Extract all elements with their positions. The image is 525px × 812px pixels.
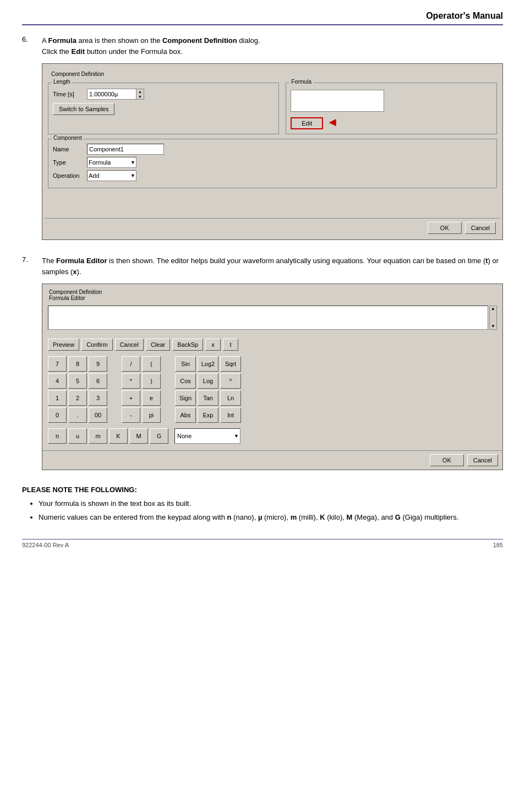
key-exp[interactable]: Exp [198,407,218,423]
formula-textarea[interactable] [48,306,488,330]
operation-select-wrapper[interactable]: Add ▼ [87,170,136,181]
key-m[interactable]: m [89,428,107,444]
key-log[interactable]: Log [198,373,218,389]
key-sign[interactable]: Sign [175,390,196,406]
fe-dialog-footer: OK Cancel [42,450,502,470]
key-4[interactable]: 4 [48,373,67,389]
dialog1-ok-button[interactable]: OK [428,222,462,234]
multipliers-row: n u m K M G None ▼ [48,428,497,444]
fn-keypad: Sin Log2 Sqrt Cos Log ^ Sign Tan Ln Abs … [175,356,241,423]
key-close-paren[interactable]: ) [142,373,161,389]
time-down-arrow[interactable]: ▼ [136,94,144,99]
x-button[interactable]: x [205,339,221,351]
arrow-indicator: ◄ [326,116,338,128]
cancel-button[interactable]: Cancel [115,339,144,351]
key-e[interactable]: e [142,390,161,406]
step-7-text: The Formula Editor is then shown. The ed… [42,255,503,277]
formula-section-label: Formula [289,79,313,85]
key-add[interactable]: + [122,390,140,406]
fe-cancel-button[interactable]: Cancel [467,454,498,466]
notes-heading: PLEASE NOTE THE FOLLOWING: [22,486,503,494]
ops-keypad: / ( * ) + e - pi [122,356,161,423]
none-select-wrapper[interactable]: None ▼ [174,428,240,444]
time-up-arrow[interactable]: ▲ [136,89,144,94]
key-open-paren[interactable]: ( [142,356,161,372]
key-mul[interactable]: * [122,373,140,389]
backsp-button[interactable]: BackSp [172,339,203,351]
key-1[interactable]: 1 [48,390,67,406]
dialog1-cancel-button[interactable]: Cancel [465,222,496,234]
keypad-area: 7 8 9 4 5 6 1 2 3 0 . 00 [48,356,497,423]
none-select[interactable]: None [174,428,240,444]
footer-right: 185 [493,542,503,548]
component-section: Component Name Type Formula ▼ [48,139,497,188]
preview-button[interactable]: Preview [48,339,79,351]
key-abs[interactable]: Abs [175,407,196,423]
key-0[interactable]: 0 [48,407,67,423]
fe-body: ▲ ▼ Preview Confirm Cancel Clear BackSp … [42,303,502,448]
edit-bold: Edit [71,47,85,56]
key-log2[interactable]: Log2 [198,356,218,372]
switch-to-samples-button[interactable]: Switch to Samples [53,103,114,115]
key-3[interactable]: 3 [89,390,107,406]
scroll-down-arrow[interactable]: ▼ [491,324,495,329]
component-section-label: Component [52,135,84,141]
key-int[interactable]: Int [220,407,241,423]
type-select-wrapper[interactable]: Formula ▼ [87,157,136,168]
key-dot[interactable]: . [68,407,87,423]
mu-bold: µ [258,513,262,521]
key-div[interactable]: / [122,356,140,372]
switch-btn-row: Switch to Samples [53,103,274,115]
key-power[interactable]: ^ [220,373,241,389]
time-input-spinner[interactable]: 1.000000µ ▲ ▼ [87,89,144,100]
fe-ok-button[interactable]: OK [430,454,464,466]
key-00[interactable]: 00 [89,407,107,423]
length-group: Length Time [s] 1.000000µ ▲ ▼ [48,83,279,134]
scrollbar[interactable]: ▲ ▼ [489,306,497,330]
key-cos[interactable]: Cos [175,373,196,389]
header-title-bar: Operator's Manual [22,11,503,25]
key-2[interactable]: 2 [68,390,87,406]
formula-input-field[interactable] [291,90,384,112]
step-6-content: A Formula area is then shown on the Comp… [42,35,503,243]
key-sin[interactable]: Sin [175,356,196,372]
scroll-up-arrow[interactable]: ▲ [491,307,495,311]
key-n[interactable]: n [48,428,67,444]
step-7-content: The Formula Editor is then shown. The ed… [42,255,503,473]
edit-button-row: Edit ◄ [291,115,492,129]
dialog1-footer: OK Cancel [45,218,500,237]
key-K[interactable]: K [109,428,128,444]
numeric-keypad: 7 8 9 4 5 6 1 2 3 0 . 00 [48,356,107,423]
key-5[interactable]: 5 [68,373,87,389]
n-bold: n [227,513,232,521]
confirm-button[interactable]: Confirm [81,339,113,351]
manual-title: Operator's Manual [22,11,503,25]
key-7[interactable]: 7 [48,356,67,372]
key-6[interactable]: 6 [89,373,107,389]
name-input[interactable] [87,144,164,155]
component-definition-bold: Component Definition [162,36,237,45]
bullet-1: Your formula is shown in the text box as… [39,498,503,510]
page-footer: 922244-00 Rev A 185 [22,539,503,548]
key-u[interactable]: u [68,428,87,444]
type-select[interactable]: Formula [87,157,136,168]
M-bold: M [347,513,353,521]
key-9[interactable]: 9 [89,356,107,372]
key-M[interactable]: M [129,428,148,444]
edit-button[interactable]: Edit [291,117,323,129]
clear-button[interactable]: Clear [146,339,170,351]
formula-editor-bold: Formula Editor [56,257,107,265]
key-sub[interactable]: - [122,407,140,423]
time-arrows[interactable]: ▲ ▼ [136,89,144,100]
key-sqrt[interactable]: Sqrt [220,356,241,372]
key-G[interactable]: G [150,428,168,444]
t-button[interactable]: t [223,339,238,351]
operation-select[interactable]: Add [87,170,136,181]
key-8[interactable]: 8 [68,356,87,372]
key-ln[interactable]: Ln [220,390,241,406]
key-tan[interactable]: Tan [198,390,218,406]
key-pi[interactable]: pi [142,407,161,423]
dialog1-title: Component Definition [48,69,497,77]
fe-dialog-subtitle: Formula Editor [46,295,499,303]
type-row: Type Formula ▼ [53,157,492,168]
